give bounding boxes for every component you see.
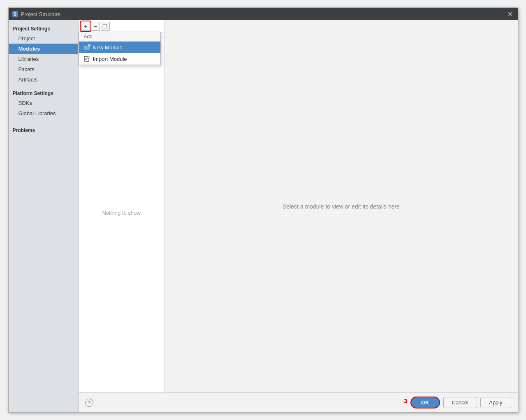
apply-button[interactable]: Apply xyxy=(480,397,511,408)
title-bar: S Project Structure ✕ xyxy=(9,8,518,20)
close-button[interactable]: ✕ xyxy=(506,9,514,19)
app-icon: S xyxy=(12,11,19,17)
sidebar-item-modules[interactable]: Modules xyxy=(9,44,78,54)
minus-icon: − xyxy=(93,23,97,30)
sidebar-problems-label: Problems xyxy=(9,125,78,135)
help-area: ? xyxy=(85,399,93,407)
new-module-icon: + xyxy=(84,44,90,51)
module-list-area: 1 + − ❐ 2 Add xyxy=(79,20,165,392)
dropdown-header: Add xyxy=(79,32,160,42)
sidebar-item-sdks[interactable]: SDKs xyxy=(9,98,78,108)
module-empty-message: Nothing to show xyxy=(79,33,165,392)
project-settings-label: Project Settings xyxy=(9,23,78,33)
main-content: Project Settings Project Modules Librari… xyxy=(9,20,518,412)
import-module-item[interactable]: Import Module xyxy=(79,53,160,65)
dialog-title: Project Structure xyxy=(21,11,506,17)
module-panel: 1 + − ❐ 2 Add xyxy=(79,20,518,392)
ok-button[interactable]: OK xyxy=(410,397,440,408)
sidebar-item-artifacts[interactable]: Artifacts xyxy=(9,74,78,85)
platform-settings-label: Platform Settings xyxy=(9,88,78,98)
svg-rect-8 xyxy=(88,56,90,58)
import-module-label: Import Module xyxy=(93,56,127,62)
sidebar-item-libraries[interactable]: Libraries xyxy=(9,54,78,64)
detail-placeholder: Select a module to view or edit its deta… xyxy=(283,203,400,210)
svg-rect-3 xyxy=(84,46,86,47)
import-module-icon xyxy=(84,56,90,62)
sidebar: Project Settings Project Modules Librari… xyxy=(9,20,79,412)
add-dropdown-menu: Add + New Modu xyxy=(79,32,161,65)
sidebar-item-facets[interactable]: Facets xyxy=(9,64,78,74)
plus-icon: + xyxy=(83,23,87,30)
cancel-button[interactable]: Cancel xyxy=(443,397,477,408)
step3-label: 3 xyxy=(404,398,407,404)
help-button[interactable]: ? xyxy=(85,399,93,407)
svg-text:S: S xyxy=(14,12,16,16)
right-panel: 1 + − ❐ 2 Add xyxy=(79,20,518,412)
new-module-label: New Module xyxy=(93,44,123,51)
copy-module-button[interactable]: ❐ xyxy=(101,22,110,31)
remove-module-button[interactable]: − xyxy=(91,22,100,31)
svg-text:+: + xyxy=(88,44,90,46)
new-module-item[interactable]: + New Module xyxy=(79,42,160,53)
detail-panel: Select a module to view or edit its deta… xyxy=(165,20,518,392)
project-structure-dialog: S Project Structure ✕ Project Settings P… xyxy=(8,7,518,413)
add-module-button[interactable]: + xyxy=(81,22,90,31)
bottom-bar: ? 3 OK Cancel Apply xyxy=(79,392,518,412)
copy-icon: ❐ xyxy=(102,23,108,30)
sidebar-item-global-libraries[interactable]: Global Libraries xyxy=(9,108,78,118)
sidebar-item-project[interactable]: Project xyxy=(9,33,78,44)
module-toolbar: 1 + − ❐ 2 Add xyxy=(79,20,165,33)
sidebar-divider-2 xyxy=(9,118,78,122)
sidebar-divider xyxy=(9,85,78,88)
